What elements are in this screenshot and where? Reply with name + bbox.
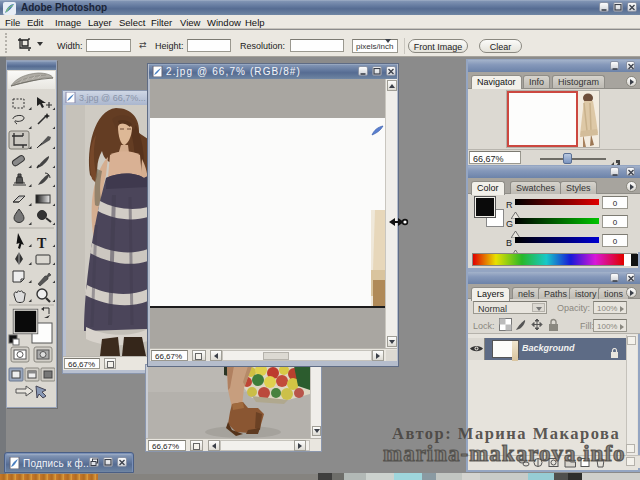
svg-text:T: T xyxy=(37,236,47,251)
